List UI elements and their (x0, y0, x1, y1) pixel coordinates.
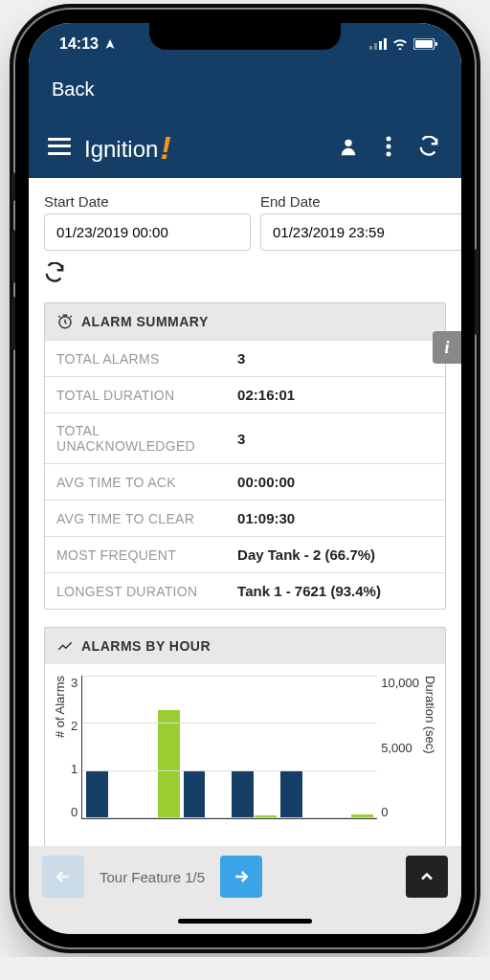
bar-chart: # of Alarms 3 2 1 0 10,000 5,000 0 (45, 664, 445, 846)
bar-group (86, 676, 131, 818)
content-area: Start Date End Date Top i (29, 178, 461, 846)
user-icon[interactable] (335, 133, 362, 160)
svg-rect-5 (415, 40, 433, 48)
bar-group (280, 676, 325, 818)
tour-next-button[interactable] (220, 856, 262, 898)
app-header: Ignition! (29, 118, 461, 178)
alarm-summary-panel: ALARM SUMMARY TOTAL ALARMS3 TOTAL DURATI… (44, 302, 446, 610)
back-button[interactable]: Back (29, 65, 461, 118)
summary-row: AVG TIME TO ACK00:00:00 (45, 463, 445, 500)
end-date-input[interactable] (260, 213, 461, 251)
svg-rect-6 (435, 42, 437, 46)
menu-icon[interactable] (48, 138, 71, 155)
info-tab[interactable]: i (433, 331, 461, 364)
brand-logo: Ignition! (84, 127, 171, 165)
reload-button[interactable] (44, 262, 446, 287)
home-indicator[interactable] (29, 907, 461, 934)
svg-point-9 (387, 144, 391, 148)
tour-bar: Tour Feature 1/5 (29, 846, 461, 907)
chart-title: ALARMS BY HOUR (81, 638, 211, 654)
summary-row: AVG TIME TO CLEAR01:09:30 (45, 500, 445, 536)
summary-row: TOTAL UNACKNOWLEDGED3 (45, 412, 445, 463)
location-icon (104, 38, 116, 50)
signal-icon (369, 38, 387, 50)
bar-group (184, 676, 229, 818)
more-icon[interactable] (375, 133, 402, 160)
alarms-by-hour-panel: ALARMS BY HOUR # of Alarms 3 2 1 0 (44, 627, 446, 846)
start-date-label: Start Date (44, 193, 251, 210)
summary-row: MOST FREQUENTDay Tank - 2 (66.7%) (45, 536, 445, 572)
svg-point-10 (387, 151, 391, 156)
svg-point-8 (387, 136, 391, 141)
summary-row: TOTAL ALARMS3 (45, 340, 445, 376)
clock-icon (56, 313, 74, 330)
status-time: 14:13 (59, 35, 99, 53)
bar-group (135, 676, 180, 818)
tour-prev-button[interactable] (42, 856, 84, 898)
refresh-icon[interactable] (415, 133, 442, 160)
battery-icon (413, 38, 438, 50)
start-date-input[interactable] (44, 213, 251, 251)
svg-rect-2 (379, 41, 382, 50)
wifi-icon (392, 38, 408, 50)
bar-group (232, 676, 277, 818)
end-date-label: End Date (260, 193, 461, 210)
svg-rect-0 (369, 46, 372, 50)
svg-point-7 (345, 139, 351, 145)
svg-rect-1 (374, 43, 377, 50)
bar-group (329, 676, 374, 818)
summary-title: ALARM SUMMARY (81, 314, 209, 329)
chart-icon (56, 637, 74, 655)
scroll-up-button[interactable] (406, 856, 448, 898)
summary-row: TOTAL DURATION02:16:01 (45, 376, 445, 412)
svg-rect-3 (384, 38, 387, 50)
tour-text: Tour Feature 1/5 (100, 869, 205, 885)
summary-row: LONGEST DURATIONTank 1 - 7621 (93.4%) (45, 572, 445, 609)
